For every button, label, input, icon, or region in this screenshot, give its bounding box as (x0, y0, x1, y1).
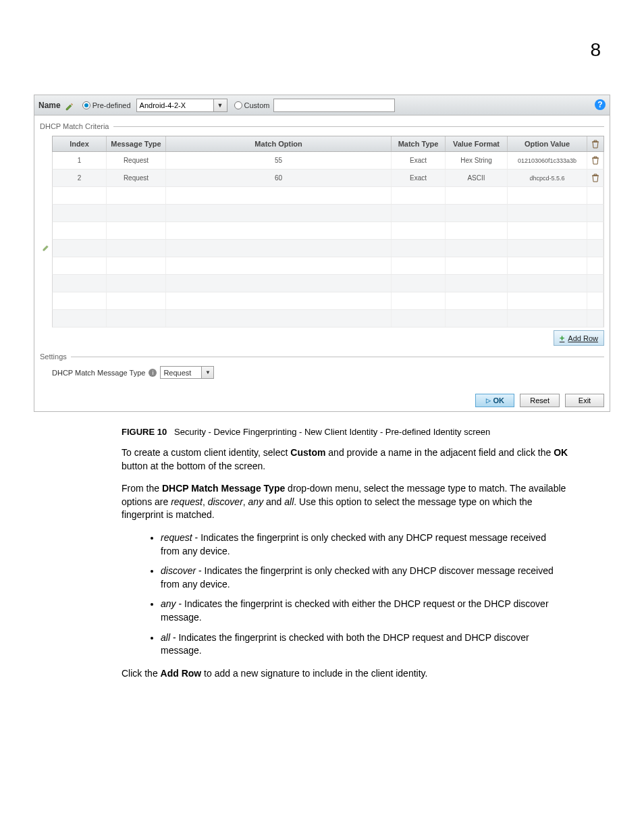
ok-label: OK (493, 396, 505, 405)
predefined-radio[interactable] (82, 101, 90, 109)
row-edit-gutter (40, 136, 52, 346)
cell-message-type (107, 310, 166, 327)
cell-match-option (166, 275, 392, 292)
cell-message-type (107, 292, 166, 309)
table-row[interactable] (52, 310, 604, 328)
cell-delete (587, 240, 603, 257)
cell-delete (587, 275, 603, 292)
cell-message-type (107, 275, 166, 292)
cell-message-type: Request (107, 170, 166, 186)
paragraph-1: To create a custom client identity, sele… (122, 446, 570, 473)
col-index[interactable]: Index (53, 136, 107, 151)
table-row[interactable]: 2Request60ExactASCIIdhcpcd-5.5.6 (52, 170, 604, 187)
custom-radio-label: Custom (244, 101, 270, 109)
cell-match-option: 60 (166, 170, 392, 186)
fieldset-legend: DHCP Match Criteria (40, 122, 113, 130)
cell-index (53, 275, 107, 292)
cell-value-format (446, 240, 508, 257)
dhcp-match-criteria-fieldset: DHCP Match Criteria (40, 122, 604, 348)
table-row[interactable] (52, 240, 604, 257)
paragraph-2: From the DHCP Match Message Type drop-do… (122, 482, 570, 522)
help-icon[interactable]: ? (595, 99, 606, 110)
cell-value-format (446, 205, 508, 221)
table-row[interactable] (52, 187, 604, 205)
cell-value-format (446, 310, 508, 327)
reset-button[interactable]: Reset (520, 394, 560, 407)
col-message-type[interactable]: Message Type (107, 136, 166, 151)
ok-button[interactable]: ▷ OK (475, 394, 514, 407)
cell-match-type (392, 222, 446, 239)
cell-option-value (508, 292, 587, 309)
button-bar: ▷ OK Reset Exit (34, 390, 610, 411)
cell-value-format (446, 222, 508, 239)
cell-index (53, 222, 107, 239)
dhcp-match-message-type-select[interactable]: Request ▼ (160, 366, 214, 379)
list-item: discover - Indicates the fingerprint is … (161, 565, 563, 591)
bullet-list: request - Indicates the fingerprint is o… (149, 531, 563, 658)
cell-delete[interactable] (587, 152, 603, 169)
cell-option-value (508, 205, 587, 221)
cell-option-value (508, 257, 587, 274)
cell-delete (587, 205, 603, 221)
edit-pencil-icon[interactable] (65, 102, 74, 111)
table-row[interactable] (52, 222, 604, 240)
cell-match-type (392, 187, 446, 204)
table-row[interactable]: 1Request55ExactHex String012103060f1c333… (52, 152, 604, 170)
cell-message-type (107, 205, 166, 221)
name-select-dropdown[interactable]: Android-4-2-X ▼ (136, 99, 227, 112)
trash-icon (591, 140, 599, 149)
col-match-type[interactable]: Match Type (392, 136, 446, 151)
page-number: 8 (590, 39, 601, 61)
cell-index (53, 240, 107, 257)
add-row-label: Add Row (568, 334, 598, 342)
col-match-option[interactable]: Match Option (166, 136, 392, 151)
row-edit-icon[interactable] (42, 242, 51, 255)
table-row[interactable] (52, 205, 604, 222)
dropdown-arrow-icon: ▼ (201, 367, 213, 378)
exit-button[interactable]: Exit (565, 394, 604, 407)
cell-message-type (107, 187, 166, 204)
trash-icon (591, 156, 599, 165)
custom-radio[interactable] (234, 101, 242, 109)
cell-value-format: Hex String (446, 152, 508, 169)
ok-arrow-icon: ▷ (486, 397, 491, 404)
cell-option-value (508, 240, 587, 257)
cell-delete[interactable] (587, 170, 603, 186)
cell-option-value (508, 187, 587, 204)
custom-name-input[interactable] (273, 99, 395, 112)
cell-value-format (446, 275, 508, 292)
plus-icon: + (560, 333, 565, 343)
col-value-format[interactable]: Value Format (446, 136, 508, 151)
cell-index (53, 205, 107, 221)
list-item: any - Indicates the fingerprint is check… (161, 598, 563, 624)
cell-index: 1 (53, 152, 107, 169)
window-titlebar: Name Pre-defined Android-4-2-X ▼ Custom … (34, 95, 610, 115)
table-row[interactable] (52, 292, 604, 310)
cell-index (53, 257, 107, 274)
cell-option-value (508, 310, 587, 327)
cell-match-type (392, 205, 446, 221)
cell-match-option (166, 205, 392, 221)
add-row-button[interactable]: + Add Row (554, 330, 604, 346)
cell-match-option: 55 (166, 152, 392, 169)
cell-value-format (446, 257, 508, 274)
name-select-value: Android-4-2-X (140, 101, 186, 109)
cell-index (53, 187, 107, 204)
cell-match-option (166, 257, 392, 274)
table-row[interactable] (52, 275, 604, 292)
col-delete[interactable] (587, 136, 603, 151)
select-value: Request (163, 369, 191, 377)
col-option-value[interactable]: Option Value (508, 136, 587, 151)
cell-delete (587, 310, 603, 327)
cell-value-format (446, 292, 508, 309)
cell-match-option (166, 292, 392, 309)
info-icon[interactable]: i (149, 369, 157, 377)
name-label: Name (38, 101, 61, 110)
cell-match-type (392, 310, 446, 327)
cell-option-value: 012103060f1c333a3b (508, 152, 587, 169)
table-row[interactable] (52, 257, 604, 275)
table-header: Index Message Type Match Option Match Ty… (52, 136, 604, 152)
cell-match-type: Exact (392, 170, 446, 186)
cell-value-format: ASCII (446, 170, 508, 186)
trash-icon (591, 174, 599, 182)
